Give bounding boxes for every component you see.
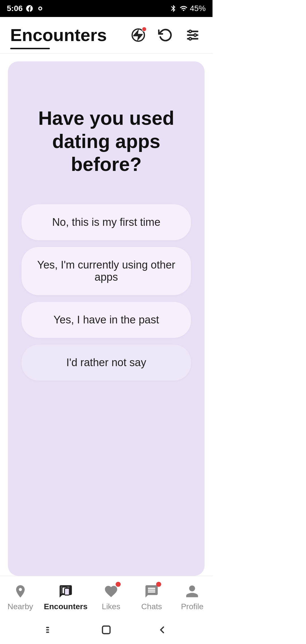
top-bar: Encounters: [0, 17, 212, 45]
likes-label: Likes: [102, 602, 120, 611]
status-left: 5:06: [7, 4, 44, 13]
filter-button[interactable]: [183, 25, 202, 45]
svg-point-8: [189, 37, 192, 40]
filter-icon: [185, 28, 200, 42]
chats-icon-container: [143, 583, 160, 600]
profile-icon-container: [184, 583, 201, 600]
options-list: No, this is my first time Yes, I'm curre…: [22, 204, 191, 381]
person-icon: [185, 584, 199, 599]
battery-level: 45%: [190, 4, 206, 13]
option-first-time[interactable]: No, this is my first time: [22, 204, 191, 240]
boost-badge: [142, 27, 147, 32]
option-have-in-past[interactable]: Yes, I have in the past: [22, 302, 191, 338]
nav-item-encounters[interactable]: Encounters: [44, 583, 88, 611]
likes-badge: [116, 582, 121, 587]
nav-item-nearby[interactable]: Nearby: [3, 583, 37, 611]
back-arrow-icon: [156, 624, 168, 636]
sys-home-button[interactable]: [98, 621, 115, 638]
page-title: Encounters: [10, 25, 107, 45]
chats-label: Chats: [141, 602, 162, 611]
home-circle-icon: [101, 624, 112, 636]
likes-icon-container: [103, 583, 120, 600]
nav-item-likes[interactable]: Likes: [94, 583, 128, 611]
menu-lines-icon: [45, 624, 56, 636]
svg-rect-10: [64, 588, 69, 595]
top-bar-icons: [129, 25, 202, 45]
top-divider: [0, 53, 212, 53]
question-text: Have you used dating apps before?: [22, 107, 191, 176]
nav-item-profile[interactable]: Profile: [175, 583, 209, 611]
svg-point-7: [194, 34, 196, 36]
chats-badge: [156, 582, 161, 587]
profile-label: Profile: [181, 602, 203, 611]
status-bar: 5:06 45%: [0, 0, 212, 17]
refresh-icon: [158, 28, 173, 42]
location-icon: [13, 584, 28, 599]
boost-button[interactable]: [129, 25, 148, 45]
nearby-label: Nearby: [7, 602, 33, 611]
option-rather-not-say[interactable]: I'd rather not say: [22, 345, 191, 381]
encounters-label: Encounters: [44, 602, 88, 611]
svg-rect-14: [103, 626, 110, 634]
facebook-icon: [26, 5, 33, 12]
status-time: 5:06: [7, 4, 23, 13]
encounters-icon: [58, 584, 73, 599]
option-currently-using[interactable]: Yes, I'm currently using other apps: [22, 247, 191, 295]
status-right: 45%: [169, 4, 206, 13]
sys-menu-button[interactable]: [42, 621, 59, 638]
nav-item-chats[interactable]: Chats: [135, 583, 169, 611]
sys-back-button[interactable]: [154, 621, 171, 638]
svg-point-1: [39, 8, 41, 10]
refresh-button[interactable]: [156, 25, 175, 45]
system-nav: [0, 616, 212, 644]
record-icon: [36, 5, 44, 12]
bluetooth-icon: [169, 5, 177, 12]
bottom-nav: Nearby Encounters Likes: [0, 576, 212, 616]
title-underline: [10, 48, 50, 49]
svg-point-6: [189, 30, 192, 33]
signal-icon: [180, 5, 188, 12]
encounters-icon-container: [57, 583, 74, 600]
main-card: Have you used dating apps before? No, th…: [8, 61, 205, 576]
nearby-icon-container: [12, 583, 29, 600]
